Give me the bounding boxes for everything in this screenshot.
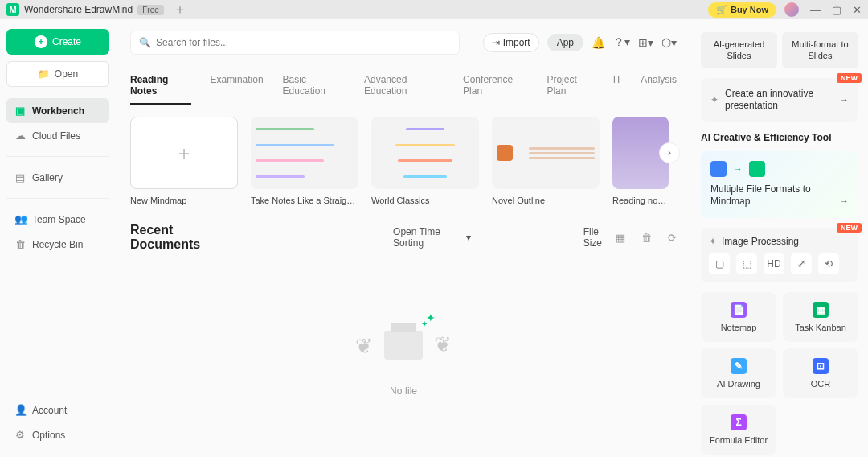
tool-label: Formula Editor: [710, 435, 768, 445]
template-card[interactable]: Novel Outline: [492, 117, 600, 205]
app-logo: M: [6, 3, 19, 16]
delete-icon[interactable]: 🗑: [641, 232, 652, 244]
sidebar-item-team-space[interactable]: 👥 Team Space: [6, 207, 109, 232]
sidebar-item-options[interactable]: ⚙ Options: [6, 422, 109, 447]
template-label: Reading notes: [612, 196, 669, 205]
buy-now-label: Buy Now: [731, 5, 768, 14]
recent-header: Recent Documents Open Time Sorting ▾ Fil…: [130, 223, 677, 252]
tab-project-plan[interactable]: Project Plan: [547, 74, 593, 105]
gallery-icon: ▤: [14, 171, 26, 183]
create-label: Create: [52, 36, 81, 47]
grid-view-icon[interactable]: ▦: [616, 232, 625, 244]
sidebar-item-cloud-files[interactable]: ☁ Cloud Files: [6, 123, 109, 148]
cloud-icon: ☁: [14, 130, 26, 142]
new-tab-button[interactable]: ＋: [174, 2, 186, 19]
template-new-mindmap[interactable]: ＋ New Mindmap: [130, 117, 238, 205]
new-badge: NEW: [837, 73, 862, 83]
templates-scroll-right[interactable]: ›: [659, 142, 680, 163]
account-icon: 👤: [14, 404, 26, 416]
plus-icon: ＋: [174, 140, 194, 166]
sidebar-item-account[interactable]: 👤 Account: [6, 397, 109, 422]
import-button[interactable]: ⇥ Import: [483, 33, 539, 52]
ip-tool-5[interactable]: ⟲: [818, 253, 839, 274]
sidebar-item-gallery[interactable]: ▤ Gallery: [6, 165, 109, 190]
recent-title: Recent Documents: [130, 223, 232, 252]
image-processing-card: NEW ✦ Image Processing ▢ ⬚ HD ⤢ ⟲: [701, 228, 858, 282]
bell-icon[interactable]: 🔔: [592, 36, 605, 49]
ip-tool-3[interactable]: HD: [764, 253, 784, 274]
tab-basic-education[interactable]: Basic Education: [283, 74, 345, 105]
minimize-button[interactable]: —: [810, 4, 821, 16]
chevron-down-icon: ▾: [466, 232, 471, 243]
multi-format-slides-button[interactable]: Multi-format to Slides: [782, 32, 858, 68]
tab-advanced-education[interactable]: Advanced Education: [364, 74, 444, 105]
filesize-column[interactable]: File Size: [583, 226, 616, 249]
template-card[interactable]: Reading notes: [612, 117, 669, 205]
ip-tool-4[interactable]: ⤢: [791, 253, 812, 274]
tool-task-kanban[interactable]: ▦ Task Kanban: [783, 292, 858, 342]
sidebar-item-workbench[interactable]: ▣ Workbench: [6, 98, 109, 123]
file-icon: [710, 161, 727, 177]
tool-ai-drawing[interactable]: ✎ AI Drawing: [701, 348, 776, 398]
tag-icon[interactable]: ⬡▾: [661, 36, 677, 49]
import-label: Import: [503, 37, 530, 48]
template-card[interactable]: World Classics: [371, 117, 479, 205]
ocr-icon: ⊡: [813, 358, 829, 374]
plus-icon: +: [35, 35, 47, 48]
arrow-right-icon: →: [733, 163, 743, 175]
tab-it[interactable]: IT: [613, 74, 622, 105]
ai-tools-title: AI Creative & Efficiency Tool: [701, 132, 858, 143]
file-formats-card[interactable]: → Multiple File Formats to Mindmap →: [701, 151, 858, 218]
open-button[interactable]: 📁 Open: [6, 61, 109, 87]
titlebar: M Wondershare EdrawMind Free ＋ 🛒 Buy Now…: [0, 0, 868, 19]
tool-ocr[interactable]: ⊡ OCR: [783, 348, 858, 398]
buy-now-button[interactable]: 🛒 Buy Now: [708, 2, 776, 18]
ip-tool-2[interactable]: ⬚: [736, 253, 757, 274]
cart-icon: 🛒: [716, 5, 727, 15]
right-pane: AI-generated Slides Multi-format to Slid…: [691, 19, 868, 457]
workbench-icon: ▣: [14, 105, 26, 117]
tool-formula-editor[interactable]: Σ Formula Editor: [701, 405, 776, 455]
create-button[interactable]: + Create: [6, 29, 109, 55]
team-icon: 👥: [14, 213, 26, 225]
sidebar-item-label: Recycle Bin: [32, 239, 83, 250]
sidebar-item-recycle-bin[interactable]: 🗑 Recycle Bin: [6, 232, 109, 257]
maximize-button[interactable]: ▢: [832, 4, 841, 16]
folder-icon: 📁: [38, 68, 50, 80]
open-label: Open: [55, 68, 78, 80]
tool-label: Notemap: [721, 323, 757, 332]
template-card[interactable]: Take Notes Like a Straight-...: [251, 117, 358, 205]
tool-notemap[interactable]: 📄 Notemap: [701, 292, 776, 342]
sparkle-icon: ✦: [710, 94, 719, 105]
app-button[interactable]: App: [547, 34, 583, 51]
formula-icon: Σ: [731, 414, 747, 430]
gear-icon: ⚙: [14, 429, 26, 441]
image-processing-label: Image Processing: [722, 236, 799, 247]
notemap-icon: 📄: [731, 302, 747, 318]
tool-label: OCR: [811, 379, 830, 389]
grid-icon[interactable]: ⊞▾: [638, 36, 653, 49]
search-box[interactable]: 🔍: [130, 31, 460, 55]
help-icon[interactable]: ？▾: [613, 35, 630, 50]
templates-row: ＋ New Mindmap Take Notes Like a Straight…: [130, 117, 677, 205]
tab-analysis[interactable]: Analysis: [641, 74, 677, 105]
ip-tool-1[interactable]: ▢: [709, 253, 730, 274]
arrow-right-icon: →: [839, 196, 849, 207]
template-label: World Classics: [371, 196, 479, 205]
user-avatar[interactable]: [784, 2, 799, 17]
ai-generated-slides-button[interactable]: AI-generated Slides: [701, 32, 777, 68]
search-input[interactable]: [156, 37, 451, 48]
mindmap-icon: [749, 161, 765, 177]
tab-reading-notes[interactable]: Reading Notes: [130, 74, 191, 105]
sidebar-item-label: Cloud Files: [32, 130, 80, 142]
tab-conference-plan[interactable]: Conference Plan: [463, 74, 527, 105]
arrow-right-icon: →: [839, 94, 849, 105]
create-presentation-card[interactable]: ✦ Create an innovative presentation → NE…: [701, 78, 858, 122]
sort-dropdown[interactable]: Open Time Sorting ▾: [393, 226, 471, 249]
main-content: 🔍 ⇥ Import App 🔔 ？▾ ⊞▾ ⬡▾ Reading Notes …: [116, 19, 691, 457]
close-button[interactable]: ✕: [853, 4, 862, 16]
tab-examination[interactable]: Examination: [211, 74, 264, 105]
template-tabs: Reading Notes Examination Basic Educatio…: [130, 74, 677, 105]
empty-state: ❦ ❦ ✦ ✦ No file: [130, 252, 677, 446]
refresh-icon[interactable]: ⟳: [668, 232, 677, 244]
